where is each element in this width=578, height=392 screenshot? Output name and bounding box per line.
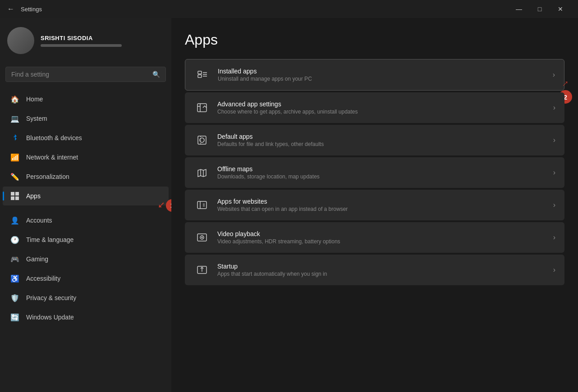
active-indicator [3, 191, 4, 201]
gaming-icon: 🎮 [10, 254, 20, 264]
privacy-icon: 🛡️ [10, 293, 20, 303]
personalization-icon: ✏️ [10, 172, 20, 182]
video-playback-desc: Video adjustments, HDR streaming, batter… [217, 238, 546, 245]
window-title: Settings [21, 6, 42, 13]
settings-list: Installed apps Uninstall and manage apps… [185, 59, 564, 285]
settings-item-default-apps[interactable]: Default apps Defaults for file and link … [185, 125, 564, 155]
settings-item-video-playback[interactable]: Video playback Video adjustments, HDR st… [185, 222, 564, 253]
sidebar-item-accounts[interactable]: 👤 Accounts [3, 211, 169, 230]
system-icon: 💻 [10, 114, 20, 123]
default-apps-text: Default apps Defaults for file and link … [217, 133, 546, 147]
offline-maps-icon [194, 164, 210, 181]
sidebar-item-update[interactable]: 🔄 Windows Update [3, 308, 169, 327]
sidebar-item-bluetooth[interactable]: Bluetooth & devices [3, 128, 169, 147]
installed-apps-title: Installed apps [218, 68, 546, 75]
sidebar-item-label: Time & language [26, 236, 73, 243]
sidebar-item-label: System [26, 115, 47, 122]
startup-chevron: › [553, 266, 555, 274]
svg-rect-4 [198, 71, 202, 74]
advanced-app-settings-chevron: › [553, 104, 555, 112]
settings-item-offline-maps[interactable]: Offline maps Downloads, storage location… [185, 157, 564, 188]
svg-rect-5 [198, 75, 202, 77]
advanced-app-settings-icon [194, 100, 210, 116]
installed-apps-icon [194, 67, 211, 83]
offline-maps-desc: Downloads, storage location, map updates [217, 173, 546, 180]
back-icon[interactable]: ← [7, 5, 14, 13]
installed-apps-chevron: › [553, 71, 555, 79]
search-box[interactable]: 🔍 [5, 67, 166, 82]
network-icon: 📶 [10, 152, 20, 162]
update-icon: 🔄 [10, 312, 20, 322]
video-playback-icon [194, 229, 210, 246]
startup-desc: Apps that start automatically when you s… [217, 271, 546, 277]
settings-item-startup[interactable]: Startup Apps that start automatically wh… [185, 255, 564, 285]
svg-rect-2 [11, 196, 14, 200]
sidebar-item-system[interactable]: 💻 System [3, 109, 169, 128]
svg-rect-16 [197, 201, 206, 209]
apps-for-websites-title: Apps for websites [217, 198, 546, 205]
maximize-button[interactable]: □ [529, 2, 550, 16]
main-container: SRISHTI SISODIA 🔍 🏠 Home 💻 System [0, 18, 578, 392]
apps-icon [10, 191, 20, 201]
bluetooth-icon [10, 133, 20, 143]
advanced-app-settings-desc: Choose where to get apps, archive apps, … [217, 109, 546, 115]
time-icon: 🕐 [10, 235, 20, 245]
svg-rect-1 [15, 192, 19, 196]
settings-item-installed-apps[interactable]: Installed apps Uninstall and manage apps… [185, 59, 564, 91]
sidebar-item-label: Gaming [26, 255, 48, 263]
accessibility-icon: ♿ [10, 273, 20, 283]
sidebar-item-personalization[interactable]: ✏️ Personalization [3, 167, 169, 186]
video-playback-text: Video playback Video adjustments, HDR st… [217, 230, 546, 245]
content-area: Apps Installed apps Uninstall and manage… [171, 18, 578, 392]
video-playback-chevron: › [553, 233, 555, 242]
sidebar-item-label: Bluetooth & devices [26, 134, 82, 141]
accounts-icon: 👤 [10, 215, 20, 225]
sidebar-item-gaming[interactable]: 🎮 Gaming [3, 250, 169, 269]
search-container: 🔍 [0, 63, 171, 89]
window-controls: — □ ✕ [509, 2, 571, 16]
svg-rect-12 [198, 136, 206, 144]
apps-for-websites-chevron: › [553, 201, 555, 209]
user-info: SRISHTI SISODIA [41, 35, 164, 47]
startup-text: Startup Apps that start automatically wh… [217, 263, 546, 277]
sidebar-item-label: Personalization [26, 173, 69, 180]
sidebar-item-accessibility[interactable]: ♿ Accessibility [3, 269, 169, 288]
page-title: Apps [185, 32, 564, 48]
video-playback-title: Video playback [217, 230, 546, 237]
svg-rect-9 [197, 104, 206, 112]
badge-1: 1 [166, 199, 171, 212]
default-apps-icon [194, 132, 210, 148]
sidebar-item-label: Windows Update [26, 314, 74, 321]
startup-icon [194, 262, 210, 278]
close-button[interactable]: ✕ [550, 2, 571, 16]
home-icon: 🏠 [10, 94, 20, 104]
user-name: SRISHTI SISODIA [41, 35, 164, 41]
avatar-image [7, 27, 34, 54]
apps-for-websites-text: Apps for websites Websites that can open… [217, 198, 546, 212]
installed-apps-desc: Uninstall and manage apps on your PC [218, 76, 546, 82]
sidebar-item-privacy[interactable]: 🛡️ Privacy & security [3, 288, 169, 307]
offline-maps-title: Offline maps [217, 165, 546, 173]
svg-point-19 [202, 237, 202, 238]
apps-for-websites-desc: Websites that can open in an app instead… [217, 206, 546, 212]
svg-rect-0 [11, 192, 14, 196]
sidebar-item-label: Apps [26, 192, 41, 200]
sidebar-item-label: Network & internet [26, 154, 78, 161]
search-icon: 🔍 [152, 71, 160, 78]
settings-item-apps-for-websites[interactable]: Apps for websites Websites that can open… [185, 190, 564, 220]
sidebar-item-network[interactable]: 📶 Network & internet [3, 148, 169, 167]
sidebar-item-home[interactable]: 🏠 Home [3, 90, 169, 109]
settings-item-advanced-app-settings[interactable]: Advanced app settings Choose where to ge… [185, 92, 564, 123]
sidebar: SRISHTI SISODIA 🔍 🏠 Home 💻 System [0, 18, 171, 392]
advanced-app-settings-title: Advanced app settings [217, 100, 546, 108]
search-input[interactable] [11, 71, 149, 78]
svg-rect-3 [15, 196, 19, 200]
offline-maps-chevron: › [553, 169, 555, 177]
advanced-app-settings-text: Advanced app settings Choose where to ge… [217, 100, 546, 115]
user-profile[interactable]: SRISHTI SISODIA [0, 18, 171, 63]
sidebar-item-time[interactable]: 🕐 Time & language [3, 230, 169, 249]
sidebar-item-apps[interactable]: Apps ➚ 1 [3, 187, 169, 205]
titlebar: ← Settings — □ ✕ [0, 0, 578, 18]
minimize-button[interactable]: — [509, 2, 529, 16]
apps-for-websites-icon [194, 197, 210, 213]
